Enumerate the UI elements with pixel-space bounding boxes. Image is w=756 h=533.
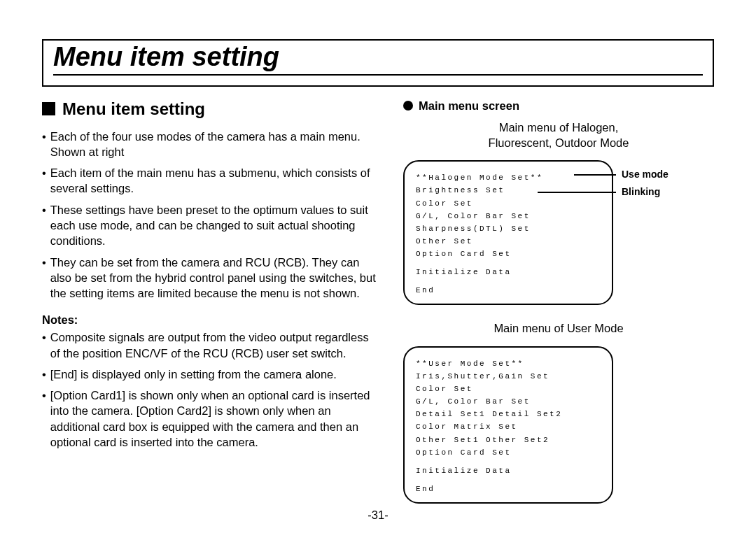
bullet-text: Composite signals are output from the vi… bbox=[50, 329, 378, 361]
screen-line: End bbox=[416, 483, 601, 495]
connector-line-icon bbox=[574, 174, 616, 176]
screen-line: Detail Set1 Detail Set2 bbox=[416, 408, 601, 420]
section-heading-row: Menu item setting bbox=[42, 99, 378, 119]
dot-icon: • bbox=[42, 329, 46, 361]
connector-line-icon bbox=[538, 192, 616, 193]
page: Menu item setting Menu item setting •Eac… bbox=[0, 0, 756, 533]
square-bullet-icon bbox=[42, 102, 55, 115]
screen-line: Color Set bbox=[416, 383, 601, 395]
screen1-area: **Halogen Mode Set** Brightness Set Colo… bbox=[403, 160, 714, 305]
dot-icon: • bbox=[42, 202, 46, 249]
screen-line: Option Card Set bbox=[416, 446, 601, 459]
screen-line: G/L, Color Bar Set bbox=[416, 210, 601, 222]
right-heading-row: Main menu screen bbox=[403, 99, 714, 113]
main-bullets: •Each of the four use modes of the camer… bbox=[42, 129, 378, 301]
bullet-item: •Composite signals are output from the v… bbox=[42, 329, 378, 361]
columns: Menu item setting •Each of the four use … bbox=[42, 99, 714, 519]
screen-line: End bbox=[416, 284, 601, 297]
section-heading: Menu item setting bbox=[62, 99, 205, 119]
caption-line: Fluorescent, Outdoor Mode bbox=[489, 136, 629, 149]
screen-line: Sharpness(DTL) Set bbox=[416, 222, 601, 235]
dot-icon: • bbox=[42, 165, 46, 197]
page-title: Menu item setting bbox=[53, 42, 703, 76]
screen-line: Option Card Set bbox=[416, 248, 601, 260]
dot-icon: • bbox=[42, 388, 46, 450]
bullet-text: [End] is displayed only in setting from … bbox=[50, 367, 337, 382]
dot-icon: • bbox=[42, 255, 46, 301]
notes-heading: Notes: bbox=[42, 313, 378, 327]
screen-line: **User Mode Set** bbox=[416, 357, 601, 370]
callout-blinking: Blinking bbox=[622, 186, 660, 197]
bullet-text: [Option Card1] is shown only when an opt… bbox=[50, 388, 378, 450]
left-column: Menu item setting •Each of the four use … bbox=[42, 99, 378, 519]
bullet-item: •Each item of the main menu has a submen… bbox=[42, 165, 378, 197]
bullet-item: •[Option Card1] is shown only when an op… bbox=[42, 388, 378, 450]
caption-line: Main menu of Halogen, bbox=[499, 121, 619, 134]
right-column: Main menu screen Main menu of Halogen, F… bbox=[403, 99, 714, 519]
screen-line: **Halogen Mode Set** bbox=[416, 171, 601, 184]
dot-icon: • bbox=[42, 129, 46, 160]
screen-line: G/L, Color Bar Set bbox=[416, 395, 601, 408]
screen-line: Iris,Shutter,Gain Set bbox=[416, 370, 601, 383]
notes-bullets: •Composite signals are output from the v… bbox=[42, 329, 378, 450]
bullet-item: •These settings have been preset to the … bbox=[42, 202, 378, 249]
bullet-text: Each of the four use modes of the camera… bbox=[50, 129, 378, 160]
screen-line: Other Set1 Other Set2 bbox=[416, 434, 601, 446]
callout-use-mode: Use mode bbox=[622, 169, 668, 180]
screen2-area: **User Mode Set** Iris,Shutter,Gain Set … bbox=[403, 346, 714, 504]
title-block: Menu item setting bbox=[42, 39, 714, 87]
dot-icon: • bbox=[42, 367, 46, 382]
screen-line: Brightness Set bbox=[416, 184, 601, 197]
right-heading-text: Main menu screen bbox=[419, 99, 519, 113]
circle-bullet-icon bbox=[403, 101, 413, 111]
screen-line: Color Matrix Set bbox=[416, 420, 601, 433]
screen-line: Initialize Data bbox=[416, 464, 601, 477]
bullet-item: •They can be set from the camera and RCU… bbox=[42, 255, 378, 301]
screen-line: Color Set bbox=[416, 197, 601, 210]
screen2-caption: Main menu of User Mode bbox=[403, 320, 714, 336]
bullet-item: •[End] is displayed only in setting from… bbox=[42, 367, 378, 382]
bullet-text: Each item of the main menu has a submenu… bbox=[50, 165, 378, 197]
screen-box: **Halogen Mode Set** Brightness Set Colo… bbox=[403, 160, 613, 305]
screen-line: Initialize Data bbox=[416, 266, 601, 278]
screen-line: Other Set bbox=[416, 235, 601, 248]
bullet-text: They can be set from the camera and RCU … bbox=[50, 255, 378, 301]
page-number: -31- bbox=[0, 509, 756, 522]
bullet-text: These settings have been preset to the o… bbox=[50, 202, 378, 249]
bullet-item: •Each of the four use modes of the camer… bbox=[42, 129, 378, 160]
screen-box: **User Mode Set** Iris,Shutter,Gain Set … bbox=[403, 346, 613, 504]
screen1-caption: Main menu of Halogen, Fluorescent, Outdo… bbox=[403, 120, 714, 151]
